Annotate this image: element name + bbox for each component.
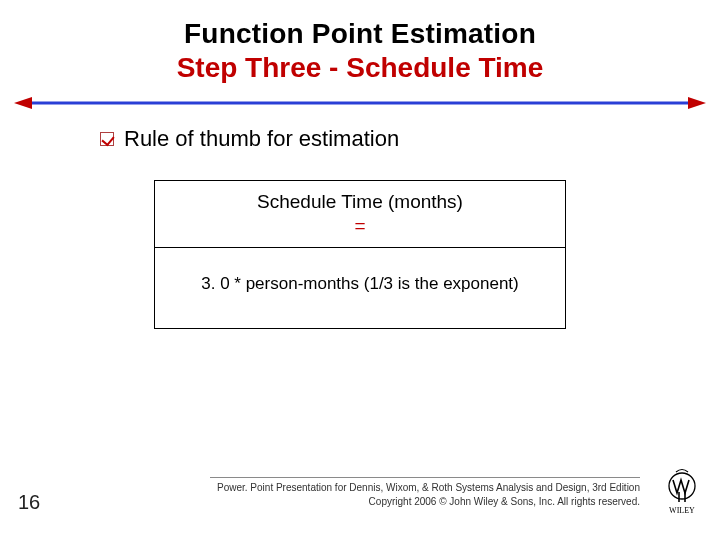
title-line-2: Step Three - Schedule Time [0,52,720,84]
footer-line-2: Copyright 2006 © John Wiley & Sons, Inc.… [210,495,640,509]
publisher-logo: WILEY [658,468,706,516]
title-line-1: Function Point Estimation [0,18,720,50]
svg-marker-1 [14,97,32,109]
page-number: 16 [18,491,40,514]
footer-text: Power. Point Presentation for Dennis, Wi… [210,481,640,508]
formula-table: Schedule Time (months) = 3. 0 * person-m… [154,180,566,329]
double-arrow-icon [14,96,706,110]
checkbox-bullet-icon [100,132,114,146]
formula-header-cell: Schedule Time (months) = [155,181,565,248]
footer-line-1: Power. Point Presentation for Dennis, Wi… [210,481,640,495]
publisher-name: WILEY [669,506,695,515]
slide: Function Point Estimation Step Three - S… [0,0,720,540]
formula-body-text: 3. 0 * person-months (1/3 is the exponen… [201,274,519,293]
divider-arrow [14,96,706,110]
svg-point-3 [669,473,695,499]
footer-rule [210,477,640,478]
bullet-item: Rule of thumb for estimation [100,126,399,152]
slide-title: Function Point Estimation Step Three - S… [0,18,720,84]
bullet-text: Rule of thumb for estimation [124,126,399,152]
formula-equals: = [167,215,553,237]
wiley-logo-icon: WILEY [658,468,706,516]
formula-header-text: Schedule Time (months) [167,191,553,213]
svg-marker-2 [688,97,706,109]
formula-body-cell: 3. 0 * person-months (1/3 is the exponen… [155,248,565,328]
